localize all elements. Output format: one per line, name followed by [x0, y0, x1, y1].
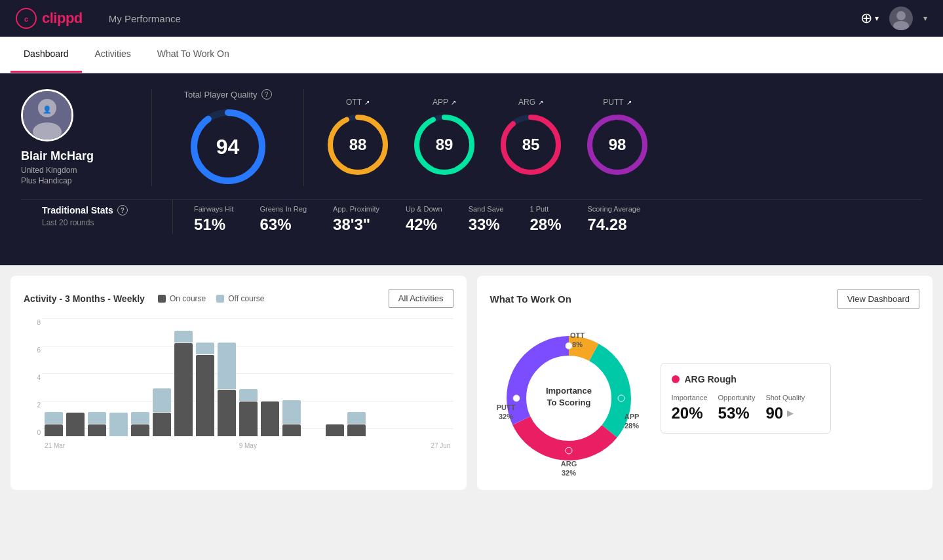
bar-group: [88, 412, 106, 436]
y-label-4: 4: [26, 374, 41, 381]
ott-value: 88: [349, 136, 367, 154]
svg-text:To Scoring: To Scoring: [547, 398, 590, 407]
view-dashboard-button[interactable]: View Dashboard: [837, 289, 919, 309]
svg-point-2: [896, 11, 906, 20]
on-course-bar: [131, 424, 149, 436]
dropdown-chevron-icon: ▾: [875, 14, 879, 23]
player-name: Blair McHarg: [21, 149, 94, 163]
score-arg: ARG ↗ 85: [498, 98, 564, 177]
bar-group: [282, 400, 301, 436]
bar-group: [261, 401, 279, 436]
svg-text:32%: 32%: [498, 413, 512, 420]
bar-group: [347, 412, 366, 436]
hero-section: 👤 Blair McHarg United Kingdom Plus Handi…: [0, 73, 943, 265]
putt-label: PUTT ↗: [603, 98, 631, 107]
stat-scoring: Scoring Average 74.28: [588, 205, 641, 234]
user-avatar[interactable]: [889, 7, 913, 30]
ott-label: OTT ↗: [346, 98, 370, 107]
activity-chart-title: Activity - 3 Months - Weekly: [24, 293, 145, 304]
y-label-0: 0: [26, 429, 41, 436]
on-course-bar: [261, 401, 279, 436]
stat-proximity: App. Proximity 38'3": [333, 205, 379, 234]
y-label-6: 6: [26, 346, 41, 354]
ott-circle: 88: [325, 112, 391, 177]
ott-trend-icon: ↗: [364, 99, 370, 106]
logo-icon: c: [16, 8, 37, 29]
stats-label-section: Traditional Stats ? Last 20 rounds: [42, 200, 173, 234]
highlight-dot: [672, 375, 680, 383]
on-course-bar: [282, 424, 301, 436]
highlight-title: ARG Rough: [672, 374, 820, 384]
plus-icon: ⊕: [860, 10, 872, 27]
on-course-bar: [88, 424, 106, 436]
putt-value: 98: [609, 136, 626, 154]
donut-svg: Importance To Scoring OTT 8% APP 28% ARG…: [490, 320, 647, 477]
on-course-bar: [347, 424, 366, 436]
tab-activities[interactable]: Activities: [82, 37, 144, 73]
main-tabs: Dashboard Activities What To Work On: [0, 37, 943, 73]
app-label: APP ↗: [433, 98, 456, 107]
activity-card: Activity - 3 Months - Weekly On course O…: [10, 276, 467, 490]
bar-group: [131, 412, 149, 436]
on-course-dot: [158, 295, 166, 303]
svg-text:Importance: Importance: [545, 386, 591, 396]
metric-opportunity: Opportunity 53%: [718, 394, 756, 422]
svg-point-33: [618, 395, 625, 401]
off-course-bar: [109, 413, 128, 436]
off-course-bar: [131, 412, 149, 424]
y-label-8: 8: [26, 319, 41, 326]
stat-greens: Greens In Reg 63%: [260, 205, 307, 234]
svg-point-35: [513, 395, 520, 401]
off-course-bar: [282, 400, 301, 424]
off-course-bar: [174, 331, 193, 343]
work-card-header: What To Work On View Dashboard: [490, 289, 920, 309]
logo-section: c clippd My Performance: [16, 8, 181, 29]
app-circle: 89: [412, 112, 477, 177]
stat-up-down: Up & Down 42%: [406, 205, 442, 234]
on-course-bar: [66, 413, 85, 436]
svg-point-3: [893, 21, 909, 30]
legend-off-course: Off course: [216, 294, 264, 303]
stat-1putt: 1 Putt 28%: [529, 205, 561, 234]
bottom-section: Activity - 3 Months - Weekly On course O…: [0, 265, 943, 500]
avatar: 👤: [21, 89, 73, 141]
header-actions: ⊕ ▾ ▾: [860, 7, 927, 30]
score-ott: OTT ↗ 88: [325, 98, 391, 177]
page-title: My Performance: [109, 13, 181, 24]
off-course-bar: [218, 343, 236, 389]
opportunity-value: 53%: [718, 404, 756, 422]
help-icon[interactable]: ?: [261, 89, 272, 100]
svg-text:OTT: OTT: [570, 331, 585, 339]
add-button[interactable]: ⊕ ▾: [860, 10, 879, 27]
svg-text:ARG: ARG: [560, 460, 576, 468]
arg-circle: 85: [498, 112, 564, 177]
shot-quality-arrow-icon: ▶: [787, 409, 793, 418]
chart-wrapper: 8 6 4 2 0: [24, 318, 453, 449]
putt-circle: 98: [585, 112, 650, 177]
total-quality-circle: 94: [189, 107, 267, 186]
all-activities-button[interactable]: All Activities: [389, 289, 453, 308]
stats-help-icon[interactable]: ?: [117, 205, 128, 215]
x-label-may: 9 May: [239, 442, 257, 449]
legend-on-course: On course: [158, 294, 206, 303]
total-quality-value: 94: [216, 135, 240, 159]
stat-sand-save: Sand Save 33%: [469, 205, 504, 234]
highlight-card: ARG Rough Importance 20% Opportunity 53%: [661, 363, 831, 434]
off-course-bar: [153, 388, 171, 412]
off-course-bar: [347, 412, 366, 424]
total-quality-label: Total Player Quality ?: [184, 89, 272, 100]
chart-legend: On course Off course: [158, 294, 265, 303]
on-course-bar: [45, 424, 63, 436]
player-info: 👤 Blair McHarg United Kingdom Plus Handi…: [21, 89, 152, 186]
stat-fairways: Fairways Hit 51%: [194, 205, 234, 234]
importance-value: 20%: [672, 404, 708, 422]
bar-group: [45, 412, 63, 436]
off-course-bar: [196, 343, 214, 354]
highlight-metrics: Importance 20% Opportunity 53% Shot Qual…: [672, 394, 820, 422]
tab-dashboard[interactable]: Dashboard: [10, 37, 82, 73]
traditional-stats: Traditional Stats ? Last 20 rounds Fairw…: [21, 199, 922, 250]
arg-label: ARG ↗: [518, 98, 543, 107]
bar-group: [218, 343, 236, 436]
stats-title: Traditional Stats ?: [42, 205, 151, 215]
tab-what-to-work-on[interactable]: What To Work On: [144, 37, 242, 73]
